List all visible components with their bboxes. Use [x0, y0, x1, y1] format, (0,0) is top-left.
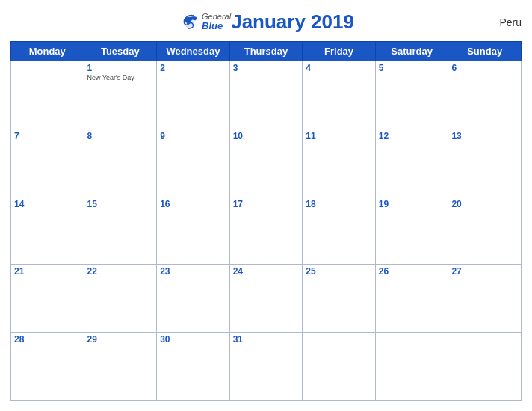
calendar-cell: 5	[375, 61, 448, 129]
day-number: 9	[160, 131, 226, 141]
country-label: Peru	[499, 16, 522, 28]
day-number: 23	[160, 266, 226, 276]
calendar-cell: 7	[11, 129, 84, 197]
weekday-header: Thursday	[229, 42, 303, 61]
calendar-cell	[303, 333, 376, 401]
calendar-cell: 3	[229, 61, 303, 129]
calendar-week-row: 28293031	[11, 333, 522, 401]
day-number: 28	[14, 334, 81, 344]
month-title: January 2019	[231, 10, 354, 34]
day-number: 21	[14, 266, 81, 276]
calendar-cell	[11, 61, 84, 129]
day-number: 1	[87, 63, 154, 73]
calendar-cell: 18	[303, 197, 376, 265]
day-number: 2	[160, 63, 226, 73]
weekday-header: Friday	[303, 42, 376, 61]
calendar-cell: 19	[375, 197, 448, 265]
calendar-cell: 24	[229, 265, 303, 333]
calendar-cell: 31	[229, 333, 303, 401]
calendar-cell: 9	[157, 129, 230, 197]
day-number: 7	[14, 131, 81, 141]
calendar-cell: 26	[375, 265, 448, 333]
calendar-cell: 8	[84, 129, 157, 197]
day-number: 11	[306, 131, 372, 141]
weekday-header: Monday	[11, 42, 84, 61]
logo-blue: Blue	[202, 21, 231, 31]
day-number: 22	[87, 266, 154, 276]
calendar-cell	[448, 333, 522, 401]
calendar-cell: 1New Year's Day	[84, 61, 157, 129]
day-number: 8	[87, 131, 154, 141]
day-number: 16	[160, 199, 226, 209]
day-number: 30	[160, 334, 226, 344]
calendar-cell: 20	[448, 197, 522, 265]
day-number: 29	[87, 334, 154, 344]
calendar-header: General Blue January 2019 Peru	[10, 7, 522, 37]
calendar-cell: 21	[11, 265, 84, 333]
holiday-label: New Year's Day	[87, 74, 154, 82]
calendar-cell: 12	[375, 129, 448, 197]
calendar-cell: 29	[84, 333, 157, 401]
day-number: 4	[306, 63, 372, 73]
calendar-cell: 30	[157, 333, 230, 401]
day-number: 14	[14, 199, 81, 209]
calendar-week-row: 78910111213	[11, 129, 522, 197]
calendar-week-row: 21222324252627	[11, 265, 522, 333]
calendar-cell: 22	[84, 265, 157, 333]
calendar-cell: 27	[448, 265, 522, 333]
calendar-cell: 11	[303, 129, 376, 197]
calendar-cell: 6	[448, 61, 522, 129]
calendar-cell: 23	[157, 265, 230, 333]
day-number: 27	[451, 266, 518, 276]
calendar-header-row: MondayTuesdayWednesdayThursdayFridaySatu…	[11, 42, 522, 61]
day-number: 18	[306, 199, 372, 209]
calendar-cell: 28	[11, 333, 84, 401]
day-number: 24	[233, 266, 300, 276]
logo-icon	[178, 11, 200, 34]
day-number: 6	[451, 63, 518, 73]
logo-text: General Blue	[202, 12, 231, 31]
day-number: 3	[233, 63, 300, 73]
day-number: 26	[379, 266, 445, 276]
calendar-cell	[375, 333, 448, 401]
calendar-cell: 4	[303, 61, 376, 129]
day-number: 13	[451, 131, 518, 141]
calendar-cell: 13	[448, 129, 522, 197]
logo: General Blue	[178, 11, 231, 34]
weekday-header: Wednesday	[157, 42, 230, 61]
day-number: 20	[451, 199, 518, 209]
day-number: 31	[233, 334, 300, 344]
calendar-cell: 16	[157, 197, 230, 265]
calendar-cell: 15	[84, 197, 157, 265]
calendar-cell: 14	[11, 197, 84, 265]
calendar-week-row: 1New Year's Day23456	[11, 61, 522, 129]
day-number: 25	[306, 266, 372, 276]
day-number: 5	[379, 63, 445, 73]
calendar-cell: 2	[157, 61, 230, 129]
day-number: 17	[233, 199, 300, 209]
weekday-header: Saturday	[375, 42, 448, 61]
calendar-cell: 25	[303, 265, 376, 333]
weekday-header: Tuesday	[84, 42, 157, 61]
day-number: 15	[87, 199, 154, 209]
calendar-cell: 17	[229, 197, 303, 265]
day-number: 10	[233, 131, 300, 141]
day-number: 12	[379, 131, 445, 141]
calendar-table: MondayTuesdayWednesdayThursdayFridaySatu…	[10, 41, 522, 401]
day-number: 19	[379, 199, 445, 209]
calendar-week-row: 14151617181920	[11, 197, 522, 265]
weekday-header: Sunday	[448, 42, 522, 61]
calendar-cell: 10	[229, 129, 303, 197]
